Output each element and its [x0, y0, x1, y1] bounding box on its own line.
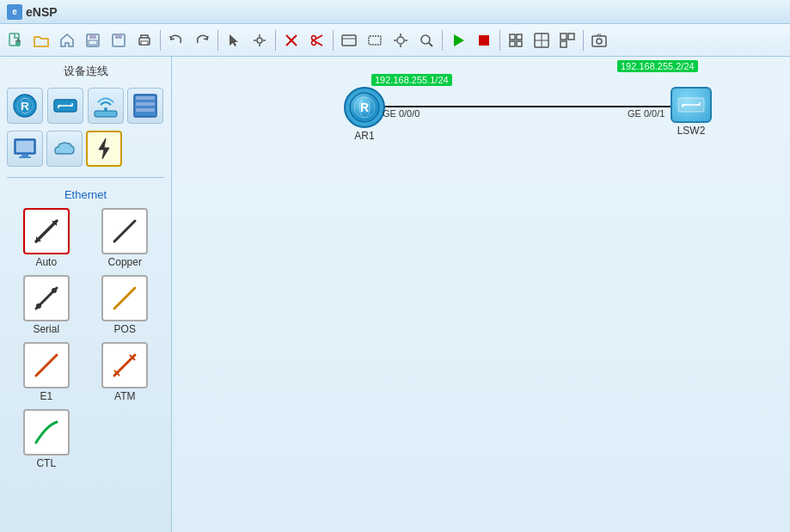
interface-btn[interactable] — [337, 28, 361, 52]
svg-point-22 — [421, 35, 430, 44]
svg-rect-6 — [89, 40, 97, 45]
device-grid: R — [3, 84, 168, 127]
pos-cable-label: POS — [114, 323, 136, 335]
svg-point-3 — [15, 41, 21, 46]
ethernet-title: Ethernet — [7, 185, 164, 205]
ctl-cable-label: CTL — [36, 457, 56, 469]
svg-rect-29 — [517, 41, 522, 46]
svg-rect-27 — [517, 34, 522, 40]
sep2 — [217, 30, 218, 51]
svg-rect-35 — [560, 41, 566, 47]
text-box-btn[interactable] — [363, 28, 387, 52]
fit-btn[interactable] — [530, 28, 554, 52]
auto-cable-item[interactable]: Auto — [10, 208, 83, 268]
lsw2-ip-label: 192.168.255.2/24 — [617, 60, 698, 72]
svg-point-61 — [52, 288, 57, 293]
delete-btn[interactable] — [279, 28, 303, 52]
ar1-ip-label: 192.168.255.1/24 — [371, 74, 452, 86]
serial-cable-label: Serial — [33, 323, 59, 335]
lsw2-box[interactable] — [671, 87, 712, 123]
ar1-label: AR1 — [354, 130, 374, 142]
zoom-btn[interactable] — [414, 28, 438, 52]
svg-rect-25 — [479, 35, 489, 46]
canvas-area[interactable]: 192.168.255.1/24 192.168.255.2/24 R — [172, 57, 790, 532]
svg-line-17 — [315, 41, 322, 46]
pan-btn[interactable] — [248, 28, 272, 52]
firewall-device-icon[interactable] — [127, 88, 163, 124]
lsw2-label: LSW2 — [677, 125, 706, 137]
ar1-node[interactable]: R AR1 — [344, 87, 385, 142]
svg-text:R: R — [360, 101, 369, 114]
lsw2-node[interactable]: LSW2 — [671, 87, 712, 137]
titlebar: e eNSP — [0, 0, 790, 24]
stop-btn[interactable] — [472, 28, 496, 52]
left-panel: 设备连线 R — [0, 57, 172, 532]
redo-btn[interactable] — [190, 28, 214, 52]
logo-icon: e — [7, 4, 22, 20]
print-btn[interactable] — [132, 28, 156, 52]
copper-cable-label: Copper — [108, 256, 142, 268]
device-section: 设备连线 R — [0, 57, 171, 174]
sep3 — [275, 30, 276, 51]
pc-device-icon[interactable] — [7, 131, 43, 167]
ctl-cable-box[interactable] — [23, 409, 70, 456]
svg-line-62 — [114, 288, 135, 309]
svg-point-60 — [36, 303, 41, 309]
svg-rect-45 — [95, 111, 117, 117]
snapshot-btn[interactable] — [587, 28, 611, 52]
undo-btn[interactable] — [164, 28, 188, 52]
auto-cable-box[interactable] — [23, 208, 70, 254]
new-file-btn[interactable] — [3, 28, 28, 52]
wireless-device-icon[interactable] — [88, 88, 124, 124]
copper-cable-box[interactable] — [101, 208, 148, 254]
start-btn[interactable] — [446, 28, 470, 52]
scissors-btn[interactable] — [305, 28, 329, 52]
atm-cable-box[interactable] — [101, 342, 148, 388]
grid-btn[interactable] — [555, 28, 579, 52]
svg-point-44 — [104, 107, 107, 111]
device-section-title: 设备连线 — [3, 60, 168, 84]
svg-rect-28 — [510, 41, 515, 46]
copper-cable-item[interactable]: Copper — [89, 208, 162, 268]
ctl-cable-item[interactable]: CTL — [10, 409, 83, 469]
serial-cable-box[interactable] — [23, 275, 70, 321]
home-btn[interactable] — [55, 28, 79, 52]
svg-rect-36 — [592, 36, 606, 46]
ar1-circle[interactable]: R — [344, 87, 385, 128]
cloud-device-icon[interactable] — [46, 131, 83, 167]
sep4 — [333, 30, 334, 51]
svg-rect-10 — [141, 41, 148, 45]
atm-cable-item[interactable]: ATM — [89, 342, 162, 402]
toolbar — [0, 24, 790, 57]
svg-rect-49 — [136, 108, 155, 112]
atm-cable-label: ATM — [114, 390, 135, 402]
svg-point-37 — [597, 39, 602, 44]
router-device-icon[interactable]: R — [7, 88, 43, 124]
ethernet-section: Ethernet Auto — [0, 181, 171, 532]
serial-cable-item[interactable]: Serial — [10, 275, 83, 335]
ar1-port-label: GE 0/0/0 — [383, 108, 419, 119]
svg-rect-20 — [369, 36, 381, 45]
e1-cable-box[interactable] — [23, 342, 70, 388]
svg-rect-8 — [115, 34, 122, 39]
open-file-btn[interactable] — [29, 28, 53, 52]
pos-cable-box[interactable] — [101, 275, 148, 321]
switch-device-icon[interactable] — [47, 88, 83, 124]
lsw2-port-label: GE 0/0/1 — [628, 108, 664, 119]
svg-marker-24 — [454, 34, 464, 46]
e1-cable-item[interactable]: E1 — [10, 342, 83, 402]
power-device-icon[interactable] — [86, 131, 122, 167]
capture-btn[interactable] — [389, 28, 413, 52]
select-btn[interactable] — [222, 28, 246, 52]
svg-line-23 — [429, 43, 432, 46]
save-btn[interactable] — [81, 28, 105, 52]
saveas-btn[interactable] — [107, 28, 131, 52]
sep5 — [442, 30, 443, 51]
svg-rect-26 — [510, 34, 515, 40]
svg-line-63 — [36, 355, 57, 376]
app-logo: e eNSP — [7, 4, 58, 20]
svg-point-15 — [312, 40, 316, 45]
pos-cable-item[interactable]: POS — [89, 275, 162, 335]
svg-point-21 — [397, 37, 404, 44]
view-btn[interactable] — [504, 28, 528, 52]
